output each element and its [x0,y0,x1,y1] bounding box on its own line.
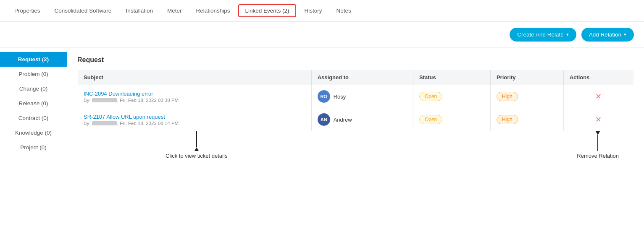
actions-cell-2: ✕ [563,108,633,131]
assignee-name-2: Andrew [334,117,352,123]
priority-badge-1: High [497,92,518,101]
sidebar-item-problem[interactable]: Problem (0) [0,67,67,81]
sidebar-item-knowledge[interactable]: Knowledge (0) [0,125,67,140]
ticket-meta-2: By: , Fri, Feb 18, 2022 08:14 PM [84,121,305,126]
assignee-cell-1: RO Rosy [311,85,413,108]
ticket-meta-1: By: , Fri, Feb 18, 2022 03:38 PM [84,98,305,103]
main-content: Request Subject Assigned to Status Prior… [67,48,644,229]
status-cell-2: Open [413,108,490,131]
priority-cell-1: High [490,85,563,108]
author-blurred-1 [92,98,117,102]
col-subject: Subject [78,70,312,85]
status-cell-1: Open [413,85,490,108]
actions-cell-1: ✕ [563,85,633,108]
col-priority: Priority [490,70,563,85]
subject-cell-2: SR-2107 Allow URL upon request By: , Fri… [78,108,312,131]
arrow-head-left [195,147,199,151]
assignee-cell-2: AN Andrew [311,108,413,131]
annotation-left: Click to view ticket details [166,131,227,159]
sidebar-item-release[interactable]: Release (0) [0,96,67,111]
add-relation-chevron-icon: ▾ [624,32,626,37]
ticket-link-1[interactable]: INC-2094 Downloading error [84,91,305,97]
subject-cell-1: INC-2094 Downloading error By: , Fri, Fe… [78,85,312,108]
table-row: INC-2094 Downloading error By: , Fri, Fe… [78,85,634,108]
nav-consolidated-software[interactable]: Consolidated Software [49,5,118,16]
action-bar: Create And Relate ▾ Add Relation ▾ [0,22,644,48]
status-badge-2: Open [419,115,442,124]
avatar-1: RO [318,90,330,103]
sidebar-item-contract[interactable]: Contract (0) [0,111,67,125]
annotation-right-text: Remove Relation [577,153,619,159]
top-navigation: Properties Consolidated Software Install… [0,0,644,22]
add-relation-label: Add Relation [589,31,621,38]
add-relation-button[interactable]: Add Relation ▾ [581,28,634,42]
nav-properties[interactable]: Properties [8,5,46,16]
create-and-relate-button[interactable]: Create And Relate ▾ [510,28,576,42]
ticket-link-2[interactable]: SR-2107 Allow URL upon request [84,114,305,120]
remove-relation-button-1[interactable]: ✕ [570,92,628,101]
priority-cell-2: High [490,108,563,131]
sidebar: Request (2) Problem (0) Change (0) Relea… [0,48,67,229]
status-badge-1: Open [419,92,442,101]
annotation-left-text: Click to view ticket details [166,153,227,159]
create-and-relate-label: Create And Relate [517,31,563,38]
requests-table: Subject Assigned to Status Priority Acti… [77,70,634,131]
main-layout: Request (2) Problem (0) Change (0) Relea… [0,48,644,229]
nav-linked-events[interactable]: Linked Events (2) [238,4,296,17]
annotation-right: Remove Relation [577,131,619,159]
col-assigned-to: Assigned to [311,70,413,85]
annotation-container: Subject Assigned to Status Priority Acti… [77,70,634,198]
assignee-name-1: Rosy [334,94,346,100]
arrow-line-right [597,135,598,151]
sidebar-item-change[interactable]: Change (0) [0,81,67,96]
table-header: Subject Assigned to Status Priority Acti… [78,70,634,85]
sidebar-item-project[interactable]: Project (0) [0,140,67,155]
create-and-relate-chevron-icon: ▾ [566,32,569,37]
remove-relation-button-2[interactable]: ✕ [570,115,628,124]
arrow-head-right-top [596,131,600,135]
nav-installation[interactable]: Installation [120,5,159,16]
nav-notes[interactable]: Notes [331,5,357,16]
col-actions: Actions [563,70,633,85]
nav-history[interactable]: History [299,5,328,16]
col-status: Status [413,70,490,85]
nav-meter[interactable]: Meter [161,5,188,16]
nav-relationships[interactable]: Relationships [190,5,236,16]
table-body: INC-2094 Downloading error By: , Fri, Fe… [78,85,634,131]
section-title: Request [77,56,634,64]
author-blurred-2 [92,121,117,125]
sidebar-item-request[interactable]: Request (2) [0,52,67,67]
table-row: SR-2107 Allow URL upon request By: , Fri… [78,108,634,131]
priority-badge-2: High [497,115,518,124]
avatar-2: AN [318,113,330,126]
annotations-area: Click to view ticket details Remove Rela… [77,131,634,165]
arrow-line-left [196,131,197,147]
